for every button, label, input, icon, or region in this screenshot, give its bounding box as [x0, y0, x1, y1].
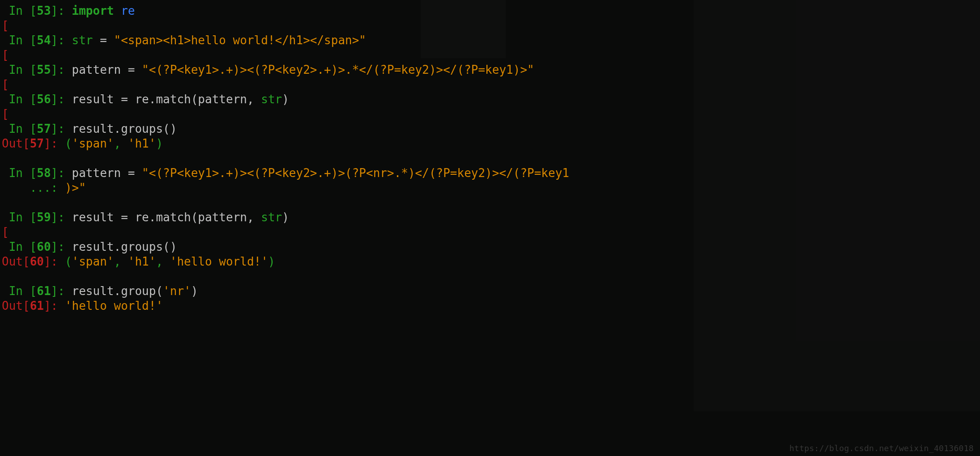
code-token: re: [128, 93, 149, 106]
prompt-bracket-line: [: [2, 77, 978, 92]
in-prompt-prefix: In [: [9, 34, 37, 47]
out-prompt-prefix: Out[: [2, 255, 30, 268]
code-token: (): [163, 240, 177, 253]
code-token: str: [261, 211, 282, 224]
in-prompt-number: 60: [37, 240, 51, 253]
input-cell: In [57]: result.groups(): [2, 122, 978, 136]
prompt-open-bracket: [: [2, 19, 9, 32]
code-token: result: [72, 240, 114, 253]
input-cell: In [61]: result.group('nr'): [2, 284, 978, 299]
code-token: import: [72, 4, 114, 17]
code-token: )>": [65, 181, 86, 194]
code-token: "<(?P<key1>.+)><(?P<key2>.+)>(?P<nr>.*)<…: [142, 166, 569, 180]
in-prompt-number: 57: [37, 122, 51, 135]
prompt-open-bracket: [: [2, 225, 9, 239]
code-token: ): [191, 284, 198, 298]
output-cell: Out[57]: ('span', 'h1'): [2, 136, 978, 151]
code-token: =: [100, 34, 107, 47]
code-token: .: [114, 122, 121, 135]
prompt-open-bracket: [: [2, 107, 9, 121]
in-prompt-number: 56: [37, 93, 51, 106]
continuation-prompt: ...:: [30, 181, 65, 194]
code-token: =: [121, 211, 128, 224]
code-token: ,: [114, 255, 128, 268]
in-prompt-number: 53: [37, 4, 51, 17]
output-cell: Out[60]: ('span', 'h1', 'hello world!'): [2, 254, 978, 269]
code-token: result: [72, 284, 114, 298]
code-token: pattern: [72, 166, 128, 180]
code-token: ,: [156, 255, 170, 268]
code-token: [135, 63, 142, 76]
code-token: (): [163, 122, 177, 135]
in-prompt-number: 59: [37, 211, 51, 224]
code-token: [135, 166, 142, 180]
code-token: 'h1': [128, 137, 156, 150]
in-prompt-prefix: In [: [9, 122, 37, 135]
code-token: 'hello world!': [170, 255, 268, 268]
code-token: [93, 34, 100, 47]
code-token: 'nr': [163, 284, 191, 298]
code-token: str: [72, 34, 93, 47]
code-token: =: [128, 63, 135, 76]
code-token: ): [282, 93, 289, 106]
in-prompt-prefix: In [: [9, 93, 37, 106]
in-prompt-prefix: In [: [9, 240, 37, 253]
in-prompt-number: 55: [37, 63, 51, 76]
code-token: .: [149, 211, 156, 224]
code-token: 'hello world!': [65, 299, 163, 312]
out-prompt-prefix: Out[: [2, 137, 30, 150]
code-token: ): [156, 137, 163, 150]
input-cell: In [58]: pattern = "<(?P<key1>.+)><(?P<k…: [2, 166, 978, 181]
code-token: [114, 4, 121, 17]
code-token: (: [65, 255, 72, 268]
code-token: str: [261, 93, 282, 106]
in-prompt-prefix: In [: [9, 4, 37, 17]
code-token: match: [156, 93, 191, 106]
code-token: .: [114, 284, 121, 298]
code-token: 'span': [72, 255, 114, 268]
code-token: .: [114, 240, 121, 253]
code-token: =: [128, 166, 135, 180]
blank-line: [2, 195, 978, 210]
code-token: 'h1': [128, 255, 156, 268]
code-token: .: [149, 93, 156, 106]
code-token: ,: [114, 137, 128, 150]
input-cell: In [56]: result = re.match(pattern, str): [2, 92, 978, 107]
code-token: pattern: [198, 211, 247, 224]
code-token: ): [268, 255, 275, 268]
blank-line: [2, 151, 978, 166]
input-cell: In [55]: pattern = "<(?P<key1>.+)><(?P<k…: [2, 63, 978, 77]
out-prompt-number: 57: [30, 137, 44, 150]
code-token: groups: [121, 122, 163, 135]
in-prompt-number: 58: [37, 166, 51, 180]
input-cell: In [59]: result = re.match(pattern, str): [2, 210, 978, 225]
code-token: ,: [247, 211, 261, 224]
out-prompt-number: 60: [30, 255, 44, 268]
prompt-bracket-line: [: [2, 225, 978, 240]
continuation-line: ...: )>": [2, 181, 978, 195]
code-token: result: [72, 211, 121, 224]
code-token: "<span><h1>hello world!</h1></span>": [114, 34, 366, 47]
code-token: 'span': [72, 137, 114, 150]
code-token: re: [121, 4, 135, 17]
blank-line: [2, 269, 978, 284]
code-token: "<(?P<key1>.+)><(?P<key2>.+)>.*</(?P=key…: [142, 63, 534, 76]
prompt-open-bracket: [: [2, 48, 9, 62]
prompt-open-bracket: [: [2, 78, 9, 91]
ipython-terminal[interactable]: In [53]: import re[ In [54]: str = "<spa…: [0, 0, 980, 315]
prompt-bracket-line: [: [2, 107, 978, 122]
code-token: re: [128, 211, 149, 224]
code-token: group: [121, 284, 156, 298]
code-token: result: [72, 93, 121, 106]
out-prompt-number: 61: [30, 299, 44, 312]
code-token: [107, 34, 114, 47]
code-token: groups: [121, 240, 163, 253]
prompt-bracket-line: [: [2, 18, 978, 33]
code-token: (: [156, 284, 163, 298]
code-token: (: [191, 211, 198, 224]
input-cell: In [54]: str = "<span><h1>hello world!</…: [2, 33, 978, 48]
in-prompt-prefix: In [: [9, 284, 37, 298]
code-token: pattern: [198, 93, 247, 106]
output-cell: Out[61]: 'hello world!': [2, 299, 978, 313]
code-token: =: [121, 93, 128, 106]
